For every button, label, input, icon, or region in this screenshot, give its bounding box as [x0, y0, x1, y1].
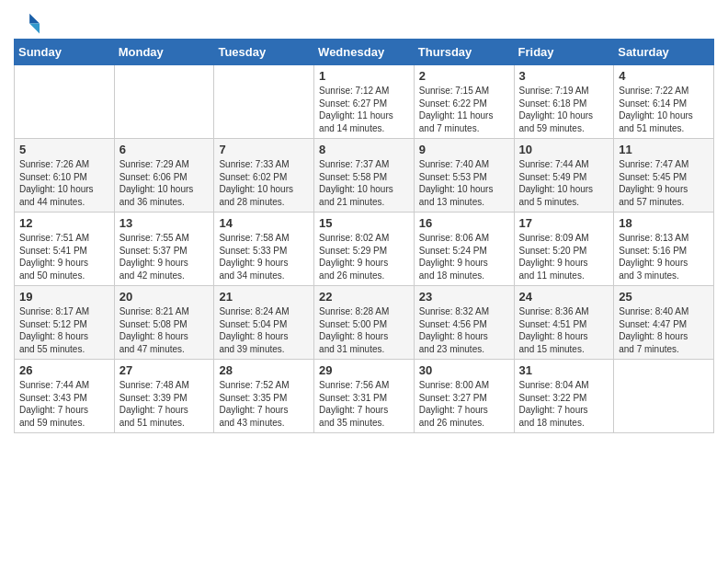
day-cell: 26Sunrise: 7:44 AM Sunset: 3:43 PM Dayli… — [15, 360, 115, 433]
day-info: Sunrise: 7:55 AM Sunset: 5:37 PM Dayligh… — [119, 232, 210, 282]
day-info: Sunrise: 8:32 AM Sunset: 4:56 PM Dayligh… — [419, 305, 509, 355]
day-info: Sunrise: 8:06 AM Sunset: 5:24 PM Dayligh… — [419, 232, 509, 282]
day-info: Sunrise: 8:09 AM Sunset: 5:20 PM Dayligh… — [519, 232, 609, 282]
day-number: 16 — [419, 216, 509, 230]
day-cell: 13Sunrise: 7:55 AM Sunset: 5:37 PM Dayli… — [114, 213, 214, 286]
day-number: 31 — [519, 363, 609, 377]
day-info: Sunrise: 7:22 AM Sunset: 6:14 PM Dayligh… — [619, 85, 709, 134]
day-cell: 17Sunrise: 8:09 AM Sunset: 5:20 PM Dayli… — [514, 213, 614, 286]
week-row-3: 12Sunrise: 7:51 AM Sunset: 5:41 PM Dayli… — [15, 213, 714, 286]
day-number: 10 — [519, 143, 609, 156]
day-info: Sunrise: 7:48 AM Sunset: 3:39 PM Dayligh… — [119, 379, 210, 429]
logo-icon — [14, 9, 40, 35]
day-number: 28 — [219, 363, 309, 377]
day-number: 24 — [519, 290, 609, 304]
day-cell: 18Sunrise: 8:13 AM Sunset: 5:16 PM Dayli… — [614, 213, 714, 286]
day-number: 13 — [119, 216, 210, 230]
day-number: 8 — [319, 143, 409, 156]
day-cell: 6Sunrise: 7:29 AM Sunset: 6:06 PM Daylig… — [114, 139, 214, 213]
weekday-header-row: SundayMondayTuesdayWednesdayThursdayFrid… — [15, 40, 714, 65]
day-info: Sunrise: 8:13 AM Sunset: 5:16 PM Dayligh… — [619, 232, 709, 282]
day-number: 25 — [619, 290, 709, 304]
day-cell — [15, 65, 115, 139]
day-cell — [214, 65, 314, 139]
day-info: Sunrise: 7:58 AM Sunset: 5:33 PM Dayligh… — [219, 232, 309, 282]
day-cell: 12Sunrise: 7:51 AM Sunset: 5:41 PM Dayli… — [15, 213, 115, 286]
day-number: 12 — [19, 216, 109, 230]
day-info: Sunrise: 7:44 AM Sunset: 5:49 PM Dayligh… — [519, 158, 609, 208]
day-info: Sunrise: 7:15 AM Sunset: 6:22 PM Dayligh… — [419, 85, 509, 134]
day-cell: 1Sunrise: 7:12 AM Sunset: 6:27 PM Daylig… — [314, 65, 415, 139]
day-cell: 30Sunrise: 8:00 AM Sunset: 3:27 PM Dayli… — [414, 360, 514, 433]
day-number: 4 — [619, 69, 709, 83]
day-cell: 31Sunrise: 8:04 AM Sunset: 3:22 PM Dayli… — [514, 360, 614, 433]
day-number: 29 — [319, 363, 409, 377]
day-number: 9 — [419, 143, 509, 156]
header — [14, 9, 714, 35]
day-info: Sunrise: 7:37 AM Sunset: 5:58 PM Dayligh… — [319, 158, 409, 208]
weekday-header-tuesday: Tuesday — [214, 40, 314, 65]
weekday-header-sunday: Sunday — [15, 40, 115, 65]
day-cell: 14Sunrise: 7:58 AM Sunset: 5:33 PM Dayli… — [214, 213, 314, 286]
calendar-table: SundayMondayTuesdayWednesdayThursdayFrid… — [14, 39, 714, 433]
day-info: Sunrise: 7:47 AM Sunset: 5:45 PM Dayligh… — [619, 158, 709, 208]
day-number: 7 — [219, 143, 309, 156]
day-cell: 3Sunrise: 7:19 AM Sunset: 6:18 PM Daylig… — [514, 65, 614, 139]
day-info: Sunrise: 7:44 AM Sunset: 3:43 PM Dayligh… — [19, 379, 109, 429]
day-cell: 7Sunrise: 7:33 AM Sunset: 6:02 PM Daylig… — [214, 139, 314, 213]
day-info: Sunrise: 8:21 AM Sunset: 5:08 PM Dayligh… — [119, 305, 210, 355]
day-cell: 9Sunrise: 7:40 AM Sunset: 5:53 PM Daylig… — [414, 139, 514, 213]
day-cell: 5Sunrise: 7:26 AM Sunset: 6:10 PM Daylig… — [15, 139, 115, 213]
day-number: 30 — [419, 363, 509, 377]
day-cell: 28Sunrise: 7:52 AM Sunset: 3:35 PM Dayli… — [214, 360, 314, 433]
day-info: Sunrise: 8:28 AM Sunset: 5:00 PM Dayligh… — [319, 305, 409, 355]
day-number: 14 — [219, 216, 309, 230]
day-cell: 27Sunrise: 7:48 AM Sunset: 3:39 PM Dayli… — [114, 360, 214, 433]
day-cell: 10Sunrise: 7:44 AM Sunset: 5:49 PM Dayli… — [514, 139, 614, 213]
day-info: Sunrise: 7:29 AM Sunset: 6:06 PM Dayligh… — [119, 158, 210, 208]
week-row-5: 26Sunrise: 7:44 AM Sunset: 3:43 PM Dayli… — [15, 360, 714, 433]
weekday-header-thursday: Thursday — [414, 40, 514, 65]
day-number: 26 — [19, 363, 109, 377]
svg-marker-1 — [29, 24, 40, 34]
weekday-header-friday: Friday — [514, 40, 614, 65]
day-number: 20 — [119, 290, 210, 304]
day-number: 19 — [19, 290, 109, 304]
day-cell: 24Sunrise: 8:36 AM Sunset: 4:51 PM Dayli… — [514, 286, 614, 360]
week-row-2: 5Sunrise: 7:26 AM Sunset: 6:10 PM Daylig… — [15, 139, 714, 213]
day-number: 18 — [619, 216, 709, 230]
day-info: Sunrise: 8:17 AM Sunset: 5:12 PM Dayligh… — [19, 305, 109, 355]
day-number: 1 — [319, 69, 409, 83]
day-cell: 23Sunrise: 8:32 AM Sunset: 4:56 PM Dayli… — [414, 286, 514, 360]
day-number: 27 — [119, 363, 210, 377]
calendar-container: SundayMondayTuesdayWednesdayThursdayFrid… — [0, 0, 728, 442]
svg-marker-0 — [29, 14, 40, 24]
day-number: 5 — [19, 143, 109, 156]
day-cell — [614, 360, 714, 433]
week-row-1: 1Sunrise: 7:12 AM Sunset: 6:27 PM Daylig… — [15, 65, 714, 139]
day-cell: 22Sunrise: 8:28 AM Sunset: 5:00 PM Dayli… — [314, 286, 415, 360]
day-number: 21 — [219, 290, 309, 304]
day-cell: 20Sunrise: 8:21 AM Sunset: 5:08 PM Dayli… — [114, 286, 214, 360]
day-info: Sunrise: 7:33 AM Sunset: 6:02 PM Dayligh… — [219, 158, 309, 208]
day-info: Sunrise: 7:40 AM Sunset: 5:53 PM Dayligh… — [419, 158, 509, 208]
day-number: 2 — [419, 69, 509, 83]
day-info: Sunrise: 7:51 AM Sunset: 5:41 PM Dayligh… — [19, 232, 109, 282]
week-row-4: 19Sunrise: 8:17 AM Sunset: 5:12 PM Dayli… — [15, 286, 714, 360]
day-info: Sunrise: 8:02 AM Sunset: 5:29 PM Dayligh… — [319, 232, 409, 282]
day-number: 17 — [519, 216, 609, 230]
day-cell: 4Sunrise: 7:22 AM Sunset: 6:14 PM Daylig… — [614, 65, 714, 139]
weekday-header-saturday: Saturday — [614, 40, 714, 65]
day-cell: 25Sunrise: 8:40 AM Sunset: 4:47 PM Dayli… — [614, 286, 714, 360]
day-info: Sunrise: 8:40 AM Sunset: 4:47 PM Dayligh… — [619, 305, 709, 355]
day-number: 6 — [119, 143, 210, 156]
day-info: Sunrise: 7:12 AM Sunset: 6:27 PM Dayligh… — [319, 85, 409, 134]
weekday-header-wednesday: Wednesday — [314, 40, 415, 65]
day-cell: 2Sunrise: 7:15 AM Sunset: 6:22 PM Daylig… — [414, 65, 514, 139]
day-info: Sunrise: 7:19 AM Sunset: 6:18 PM Dayligh… — [519, 85, 609, 134]
day-info: Sunrise: 7:26 AM Sunset: 6:10 PM Dayligh… — [19, 158, 109, 208]
day-cell: 8Sunrise: 7:37 AM Sunset: 5:58 PM Daylig… — [314, 139, 415, 213]
day-info: Sunrise: 7:52 AM Sunset: 3:35 PM Dayligh… — [219, 379, 309, 429]
day-number: 22 — [319, 290, 409, 304]
day-number: 11 — [619, 143, 709, 156]
